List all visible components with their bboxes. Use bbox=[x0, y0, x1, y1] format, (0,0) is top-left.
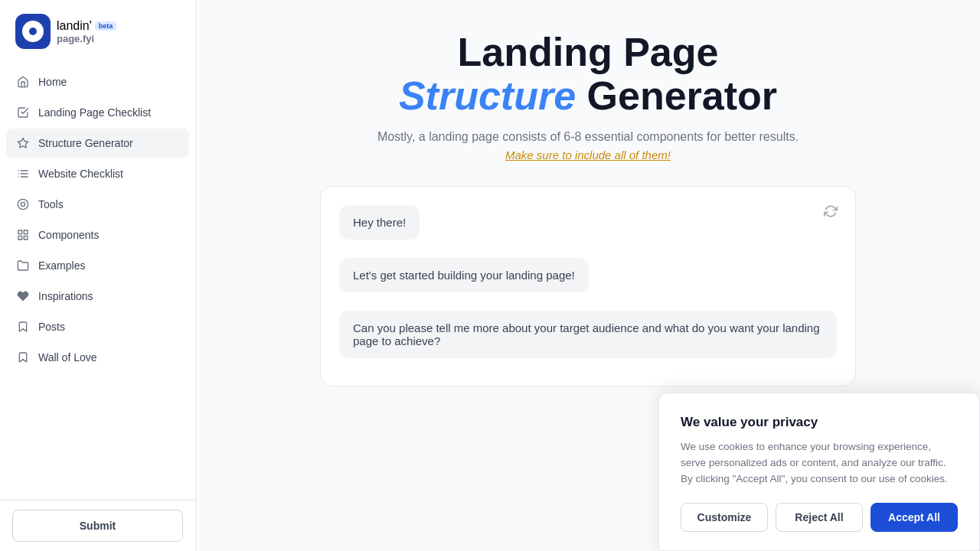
sidebar-item-home-label: Home bbox=[38, 76, 67, 88]
svg-rect-10 bbox=[24, 230, 28, 234]
accept-button[interactable]: Accept All bbox=[871, 503, 958, 532]
structure-icon bbox=[15, 135, 31, 151]
sidebar-item-examples-label: Examples bbox=[38, 259, 85, 272]
sidebar-item-components[interactable]: Components bbox=[6, 220, 189, 249]
cookie-title: We value your privacy bbox=[681, 415, 958, 430]
logo-sub: page.fyi bbox=[57, 33, 116, 44]
components-icon bbox=[15, 227, 31, 243]
sidebar-item-website-checklist[interactable]: Website Checklist bbox=[6, 159, 189, 188]
sidebar-item-inspirations[interactable]: Inspirations bbox=[6, 282, 189, 311]
sidebar-item-tools-label: Tools bbox=[38, 198, 64, 210]
sidebar-item-home[interactable]: Home bbox=[6, 67, 189, 96]
chat-bubble-3-wrap: Can you please tell me more about your t… bbox=[339, 311, 837, 358]
website-checklist-icon bbox=[15, 166, 31, 181]
sidebar-item-checklist-label: Landing Page Checklist bbox=[38, 106, 151, 119]
sidebar-item-structure-label: Structure Generator bbox=[38, 137, 133, 149]
subtitle-cta: Make sure to include all of them! bbox=[242, 148, 934, 161]
svg-point-8 bbox=[21, 202, 24, 206]
sidebar-item-website-checklist-label: Website Checklist bbox=[38, 168, 123, 180]
svg-rect-9 bbox=[18, 230, 22, 234]
sidebar-item-wall-of-love-label: Wall of Love bbox=[38, 351, 97, 364]
chat-bubble-3: Can you please tell me more about your t… bbox=[339, 311, 837, 358]
sidebar-item-wall-of-love[interactable]: Wall of Love bbox=[6, 343, 189, 372]
chat-bubble-2-wrap: Let's get started building your landing … bbox=[339, 258, 837, 302]
chat-bubble-1-wrap: Hey there! bbox=[339, 205, 837, 249]
svg-marker-0 bbox=[18, 138, 28, 148]
chat-bubble-1: Hey there! bbox=[339, 205, 420, 240]
svg-rect-11 bbox=[18, 236, 22, 240]
logo-text: landin'beta page.fyi bbox=[57, 19, 116, 44]
checklist-icon bbox=[15, 105, 31, 120]
wall-of-love-icon bbox=[15, 350, 31, 365]
cookie-body: We use cookies to enhance your browsing … bbox=[681, 439, 958, 487]
posts-icon bbox=[15, 319, 31, 334]
sidebar-item-posts-label: Posts bbox=[38, 321, 65, 333]
sidebar-item-structure[interactable]: Structure Generator bbox=[6, 129, 189, 158]
sidebar-item-examples[interactable]: Examples bbox=[6, 251, 189, 280]
sidebar-item-components-label: Components bbox=[38, 229, 99, 241]
sidebar-nav: Home Landing Page Checklist Structure Ge… bbox=[0, 67, 195, 500]
beta-badge: beta bbox=[95, 21, 117, 31]
logo-icon bbox=[15, 14, 51, 49]
chat-bubble-2: Let's get started building your landing … bbox=[339, 258, 589, 292]
logo-area: landin'beta page.fyi bbox=[0, 0, 195, 67]
inspirations-icon bbox=[15, 289, 31, 304]
subtitle: Mostly, a landing page consists of 6-8 e… bbox=[242, 130, 934, 144]
submit-btn-area: Submit bbox=[0, 500, 195, 551]
submit-button[interactable]: Submit bbox=[12, 510, 183, 542]
reject-button[interactable]: Reject All bbox=[776, 503, 863, 532]
svg-rect-12 bbox=[24, 236, 28, 240]
chat-container: Hey there! Let's get started building yo… bbox=[320, 186, 856, 386]
logo-main: landin'beta bbox=[57, 19, 116, 33]
customize-button[interactable]: Customize bbox=[681, 503, 768, 532]
examples-icon bbox=[15, 258, 31, 273]
tools-icon bbox=[15, 197, 31, 212]
cookie-banner: We value your privacy We use cookies to … bbox=[658, 393, 980, 551]
sidebar-item-posts[interactable]: Posts bbox=[6, 312, 189, 341]
sidebar-item-inspirations-label: Inspirations bbox=[38, 290, 93, 302]
home-icon bbox=[15, 74, 31, 90]
refresh-button[interactable] bbox=[818, 199, 843, 223]
cookie-buttons: Customize Reject All Accept All bbox=[681, 503, 958, 532]
sidebar: landin'beta page.fyi Home Landing Page C… bbox=[0, 0, 196, 551]
sidebar-item-tools[interactable]: Tools bbox=[6, 190, 189, 219]
page-heading: Landing Page Structure Generator bbox=[242, 31, 934, 118]
sidebar-item-checklist[interactable]: Landing Page Checklist bbox=[6, 98, 189, 127]
svg-point-7 bbox=[18, 199, 28, 209]
page-title: Landing Page Structure Generator bbox=[242, 31, 934, 118]
